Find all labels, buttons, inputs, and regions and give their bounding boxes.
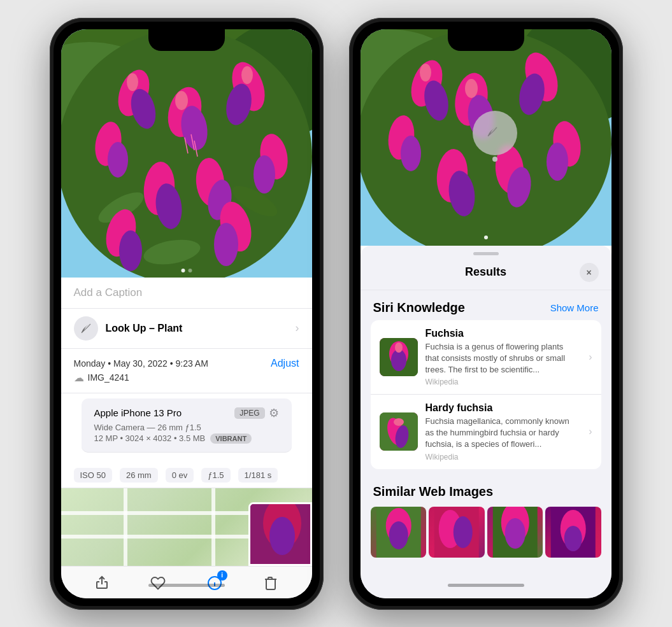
svg-point-28 [214,223,238,266]
photo-date: Monday • May 30, 2022 • 9:23 AM [74,358,208,369]
svg-point-26 [119,230,142,271]
iso-row: ISO 50 26 mm 0 ev ƒ1.5 1/181 s [61,463,312,488]
map-section [61,488,312,566]
hardy-fuchsia-text: Hardy fuchsia Fuchsia magellanica, commo… [425,402,579,461]
lookup-chevron-icon: › [296,321,299,335]
web-image-1[interactable] [371,507,427,558]
image-filename: IMG_4241 [88,372,129,383]
web-image-3[interactable] [487,507,543,558]
scene: Add a Caption Look Up – Plant › [37,5,636,623]
fuchsia-name: Fuchsia [425,328,579,339]
hardy-fuchsia-name: Hardy fuchsia [425,402,579,414]
svg-point-34 [269,517,295,555]
delete-button[interactable] [263,575,278,595]
svg-point-69 [389,521,408,549]
knowledge-item-hardy-fuchsia[interactable]: Hardy fuchsia Fuchsia magellanica, commo… [371,395,601,469]
svg-point-78 [564,526,582,551]
hardy-fuchsia-thumbnail [380,412,418,451]
fuchsia-thumbnail [380,338,418,376]
focal-length: 26 mm [120,468,158,483]
siri-dot [492,157,497,162]
svg-point-31 [241,66,253,84]
device-section: Apple iPhone 13 Pro JPEG ⚙ Wide Camera —… [82,398,292,453]
similar-web-images-title: Similar Web Images [373,484,494,499]
hardy-fuchsia-source: Wikipedia [425,453,579,461]
home-indicator-left [148,584,225,587]
web-image-4[interactable] [545,507,601,558]
svg-point-48 [401,136,421,171]
svg-point-58 [420,64,431,81]
svg-point-52 [547,143,568,181]
svg-point-14 [254,155,275,194]
camera-specs-2: 12 MP • 3024 × 4032 • 3.5 MB [94,433,206,443]
svg-point-61 [391,349,406,371]
knowledge-item-fuchsia[interactable]: Fuchsia Fuchsia is a genus of flowering … [371,320,601,395]
camera-specs-1: Wide Camera — 26 mm ƒ1.5 [94,423,279,432]
shutter-speed: 1/181 s [238,468,278,483]
drag-handle [473,252,499,255]
share-button[interactable] [94,575,110,595]
aperture-value: ƒ1.5 [201,468,230,483]
adjust-button[interactable]: Adjust [271,358,299,369]
iso-value: ISO 50 [74,468,112,483]
similar-web-images-header: Similar Web Images [361,474,611,504]
svg-point-29 [175,91,188,110]
lookup-icon-circle [74,316,98,341]
vibrant-badge: VIBRANT [210,433,252,444]
jpeg-badge: JPEG [234,407,264,419]
svg-point-66 [394,418,404,426]
knowledge-card: Fuchsia Fuchsia is a genus of flowering … [371,320,601,469]
close-button[interactable]: × [580,263,599,282]
hardy-fuchsia-description: Fuchsia magellanica, commonly known as t… [425,416,579,451]
results-panel[interactable]: Results × Siri Knowledge Show More [361,246,611,598]
svg-point-30 [127,73,138,91]
web-images-row [361,507,611,558]
svg-point-62 [395,342,403,353]
hardy-fuchsia-chevron-icon: › [589,426,592,437]
svg-point-72 [454,516,473,548]
web-image-2[interactable] [429,507,485,558]
svg-point-75 [504,518,525,549]
right-phone-screen: Results × Siri Knowledge Show More [361,29,611,598]
cloud-icon: ☁ [74,372,84,384]
flower-photo-left [61,29,312,278]
left-phone: Add a Caption Look Up – Plant › [50,18,324,610]
leaf-icon [79,321,93,335]
left-phone-screen: Add a Caption Look Up – Plant › [61,29,312,598]
results-header: Results × [361,260,611,290]
home-indicator-right [448,584,524,587]
right-phone: Results × Siri Knowledge Show More [349,18,623,610]
siri-knowledge-title: Siri Knowledge [373,300,465,315]
fuchsia-source: Wikipedia [425,377,579,386]
toolbar: i [61,566,312,598]
svg-point-10 [108,142,128,178]
fuchsia-chevron-icon: › [589,351,592,363]
siri-visual-search-circle [473,111,517,155]
right-notch [448,29,524,51]
siri-knowledge-header: Siri Knowledge Show More [361,290,611,320]
gear-icon: ⚙ [269,406,279,420]
info-section: Monday • May 30, 2022 • 9:23 AM Adjust ☁… [61,349,312,393]
results-title: Results [392,265,580,279]
caption-placeholder: Add a Caption [74,286,143,299]
flower-photo-right [361,29,611,246]
fuchsia-description: Fuchsia is a genus of flowering plants t… [425,341,579,376]
fuchsia-text: Fuchsia Fuchsia is a genus of flowering … [425,328,579,387]
show-more-button[interactable]: Show More [550,302,599,313]
lookup-label: Look Up – Plant [106,323,183,334]
lookup-row[interactable]: Look Up – Plant › [61,309,312,349]
svg-point-57 [465,79,478,98]
info-badge: i [217,570,227,581]
caption-area[interactable]: Add a Caption [61,278,312,309]
notch [148,29,225,51]
ev-value: 0 ev [166,468,194,483]
device-name: Apple iPhone 13 Pro [94,407,182,418]
